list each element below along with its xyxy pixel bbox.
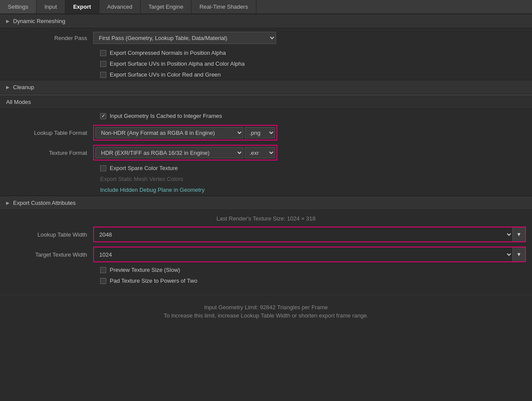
lookup-table-format-highlight: Non-HDR (Any Format as RGBA 8 in Engine)… (93, 125, 277, 140)
cleanup-header[interactable]: ▶ Cleanup (0, 80, 532, 94)
preview-texture-size-row: Preview Texture Size (Slow) (0, 264, 532, 275)
target-texture-width-row: Target Texture Width 512 1024 2048 4096 … (0, 244, 532, 264)
target-texture-width-select[interactable]: 512 1024 2048 4096 (94, 247, 512, 261)
texture-format-ext-select[interactable]: .exr .tiff .png (245, 147, 275, 158)
footer-info: Input Geometry Limit: 92842 Triangles pe… (0, 295, 532, 323)
lookup-table-width-select[interactable]: 512 1024 2048 4096 8192 (94, 227, 512, 241)
export-spare-color-row: Export Spare Color Texture (0, 163, 532, 174)
lookup-table-width-label: Lookup Table Width (6, 231, 93, 238)
lookup-table-width-row: Lookup Table Width 512 1024 2048 4096 81… (0, 224, 532, 244)
render-pass-select[interactable]: First Pass (Geometry, Lookup Table, Data… (93, 32, 276, 44)
pad-texture-size-checkbox[interactable] (100, 278, 106, 284)
export-surface-uvs-color-label: Export Surface UVs in Position Alpha and… (110, 60, 245, 67)
texture-format-highlight: HDR (EXR/TIFF as RGBA 16/32 in Engine) .… (93, 145, 277, 160)
texture-format-main-select[interactable]: HDR (EXR/TIFF as RGBA 16/32 in Engine) (95, 147, 243, 158)
dynamic-remeshing-header[interactable]: ▶ Dynamic Remeshing (0, 14, 532, 28)
export-surface-uvs-color-checkbox[interactable] (100, 61, 106, 67)
lookup-table-format-ext-select[interactable]: .png .tga .exr (245, 127, 275, 138)
tab-bar: Settings Input Export Advanced Target En… (0, 0, 532, 14)
tab-advanced[interactable]: Advanced (99, 0, 141, 13)
footer-line1: Input Geometry Limit: 92842 Triangles pe… (6, 304, 526, 311)
lookup-table-width-content: 512 1024 2048 4096 8192 ▼ (93, 227, 526, 242)
tab-realtime-shaders[interactable]: Real-Time Shaders (192, 0, 256, 13)
target-texture-width-content: 512 1024 2048 4096 ▼ (93, 247, 526, 262)
export-compressed-normals-row: Export Compressed Normals in Position Al… (0, 47, 532, 58)
export-custom-attributes-header[interactable]: ▶ Export Custom Attributes (0, 196, 532, 210)
tab-input[interactable]: Input (37, 0, 65, 13)
export-custom-attributes-section: ▶ Export Custom Attributes (0, 195, 532, 210)
export-compressed-normals-label: Export Compressed Normals in Position Al… (110, 50, 226, 56)
render-pass-label: Render Pass (6, 35, 93, 41)
export-surface-uvs-red-row: Export Surface UVs in Color Red and Gree… (0, 69, 532, 80)
dynamic-remeshing-label: Dynamic Remeshing (13, 18, 65, 24)
lookup-table-format-content: Non-HDR (Any Format as RGBA 8 in Engine)… (93, 125, 526, 140)
input-geometry-cached-checkbox[interactable]: ✓ (100, 113, 106, 119)
input-geometry-cached-row: ✓ Input Geometry Is Cached to Integer Fr… (0, 109, 532, 123)
export-custom-attributes-arrow-icon: ▶ (6, 200, 10, 205)
target-texture-width-label: Target Texture Width (6, 251, 93, 258)
tab-settings[interactable]: Settings (0, 0, 37, 13)
lookup-table-format-main-select[interactable]: Non-HDR (Any Format as RGBA 8 in Engine) (95, 127, 243, 138)
export-surface-uvs-color-row: Export Surface UVs in Position Alpha and… (0, 58, 532, 69)
target-texture-width-highlight: 512 1024 2048 4096 ▼ (93, 247, 526, 262)
export-surface-uvs-red-label: Export Surface UVs in Color Red and Gree… (110, 71, 221, 78)
cleanup-arrow-icon: ▶ (6, 85, 10, 90)
section-arrow-icon: ▶ (6, 19, 10, 23)
export-surface-uvs-red-checkbox[interactable] (100, 72, 106, 78)
lookup-table-format-row: Lookup Table Format Non-HDR (Any Format … (0, 123, 532, 143)
pad-texture-size-label: Pad Texture Size to Powers of Two (110, 277, 197, 284)
preview-texture-size-checkbox[interactable] (100, 267, 106, 273)
lookup-table-width-spinner[interactable]: ▼ (512, 227, 525, 241)
cleanup-label: Cleanup (13, 84, 34, 90)
target-texture-width-spinner[interactable]: ▼ (512, 247, 525, 261)
all-modes-label: All Modes (6, 99, 31, 105)
render-pass-content: First Pass (Geometry, Lookup Table, Data… (93, 32, 526, 44)
include-hidden-debug-label[interactable]: Include Hidden Debug Plane in Geometry (0, 184, 532, 195)
lookup-table-width-highlight: 512 1024 2048 4096 8192 ▼ (93, 227, 526, 242)
all-modes-header: All Modes (0, 94, 532, 109)
main-content: ▶ Dynamic Remeshing Render Pass First Pa… (0, 14, 532, 323)
export-spare-color-checkbox[interactable] (100, 165, 106, 171)
export-custom-attributes-label: Export Custom Attributes (13, 200, 76, 206)
pad-texture-size-row: Pad Texture Size to Powers of Two (0, 275, 532, 286)
export-compressed-normals-checkbox[interactable] (100, 50, 106, 56)
tab-target-engine[interactable]: Target Engine (141, 0, 192, 13)
render-pass-row: Render Pass First Pass (Geometry, Lookup… (0, 28, 532, 47)
tab-export[interactable]: Export (65, 0, 99, 13)
export-static-mesh-label: Export Static Mesh Vertex Colors (0, 174, 532, 184)
texture-format-label: Texture Format (6, 150, 93, 156)
last-render-info: Last Render's Texture Size: 1024 × 318 (0, 210, 532, 224)
footer-line2: To increase this limit, increase Lookup … (6, 312, 526, 319)
texture-format-content: HDR (EXR/TIFF as RGBA 16/32 in Engine) .… (93, 145, 526, 160)
input-geometry-cached-label: Input Geometry Is Cached to Integer Fram… (110, 113, 222, 119)
export-spare-color-label: Export Spare Color Texture (110, 165, 178, 171)
texture-format-row: Texture Format HDR (EXR/TIFF as RGBA 16/… (0, 143, 532, 163)
preview-texture-size-label: Preview Texture Size (Slow) (110, 267, 180, 273)
lookup-table-format-label: Lookup Table Format (6, 130, 93, 136)
